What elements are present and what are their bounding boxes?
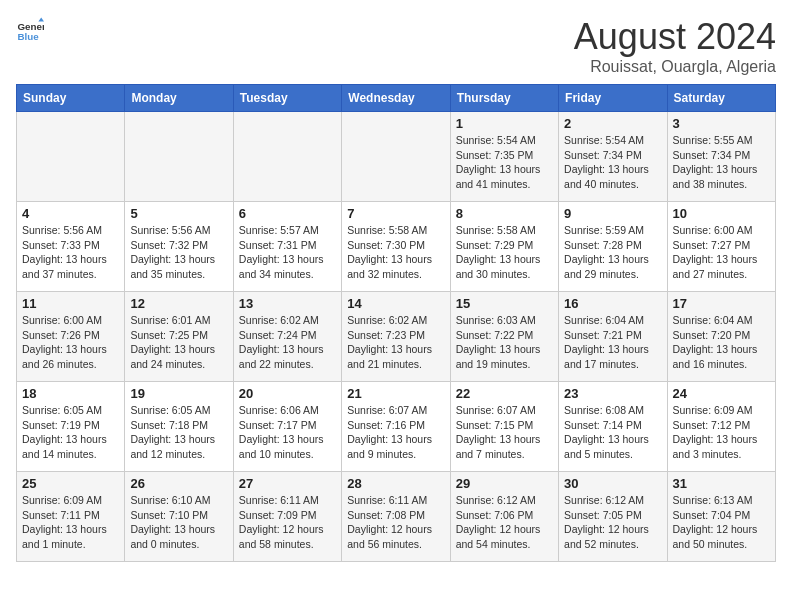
day-number: 1 — [456, 116, 553, 131]
day-number: 5 — [130, 206, 227, 221]
day-info: Sunrise: 6:03 AM Sunset: 7:22 PM Dayligh… — [456, 313, 553, 372]
day-number: 21 — [347, 386, 444, 401]
calendar-cell: 8Sunrise: 5:58 AM Sunset: 7:29 PM Daylig… — [450, 202, 558, 292]
svg-text:Blue: Blue — [17, 31, 39, 42]
logo-icon: General Blue — [16, 16, 44, 44]
day-number: 20 — [239, 386, 336, 401]
calendar-cell: 1Sunrise: 5:54 AM Sunset: 7:35 PM Daylig… — [450, 112, 558, 202]
calendar-cell: 11Sunrise: 6:00 AM Sunset: 7:26 PM Dayli… — [17, 292, 125, 382]
weekday-header-sunday: Sunday — [17, 85, 125, 112]
calendar-cell: 30Sunrise: 6:12 AM Sunset: 7:05 PM Dayli… — [559, 472, 667, 562]
page-header: General Blue August 2024 Rouissat, Ouarg… — [16, 16, 776, 76]
calendar-week-row: 11Sunrise: 6:00 AM Sunset: 7:26 PM Dayli… — [17, 292, 776, 382]
main-title: August 2024 — [574, 16, 776, 58]
day-info: Sunrise: 5:58 AM Sunset: 7:29 PM Dayligh… — [456, 223, 553, 282]
day-info: Sunrise: 6:08 AM Sunset: 7:14 PM Dayligh… — [564, 403, 661, 462]
calendar-cell: 7Sunrise: 5:58 AM Sunset: 7:30 PM Daylig… — [342, 202, 450, 292]
calendar-cell: 3Sunrise: 5:55 AM Sunset: 7:34 PM Daylig… — [667, 112, 775, 202]
calendar-cell — [125, 112, 233, 202]
calendar-cell: 12Sunrise: 6:01 AM Sunset: 7:25 PM Dayli… — [125, 292, 233, 382]
day-info: Sunrise: 6:12 AM Sunset: 7:05 PM Dayligh… — [564, 493, 661, 552]
day-number: 22 — [456, 386, 553, 401]
day-number: 15 — [456, 296, 553, 311]
weekday-header-friday: Friday — [559, 85, 667, 112]
logo: General Blue — [16, 16, 44, 44]
day-number: 25 — [22, 476, 119, 491]
calendar-cell: 26Sunrise: 6:10 AM Sunset: 7:10 PM Dayli… — [125, 472, 233, 562]
calendar-cell: 19Sunrise: 6:05 AM Sunset: 7:18 PM Dayli… — [125, 382, 233, 472]
day-info: Sunrise: 6:05 AM Sunset: 7:18 PM Dayligh… — [130, 403, 227, 462]
day-number: 19 — [130, 386, 227, 401]
calendar-cell: 10Sunrise: 6:00 AM Sunset: 7:27 PM Dayli… — [667, 202, 775, 292]
day-info: Sunrise: 6:05 AM Sunset: 7:19 PM Dayligh… — [22, 403, 119, 462]
day-info: Sunrise: 6:12 AM Sunset: 7:06 PM Dayligh… — [456, 493, 553, 552]
weekday-header-tuesday: Tuesday — [233, 85, 341, 112]
day-info: Sunrise: 5:56 AM Sunset: 7:33 PM Dayligh… — [22, 223, 119, 282]
day-info: Sunrise: 6:01 AM Sunset: 7:25 PM Dayligh… — [130, 313, 227, 372]
day-info: Sunrise: 5:58 AM Sunset: 7:30 PM Dayligh… — [347, 223, 444, 282]
title-block: August 2024 Rouissat, Ouargla, Algeria — [574, 16, 776, 76]
day-info: Sunrise: 6:02 AM Sunset: 7:23 PM Dayligh… — [347, 313, 444, 372]
day-number: 2 — [564, 116, 661, 131]
day-number: 12 — [130, 296, 227, 311]
day-info: Sunrise: 6:02 AM Sunset: 7:24 PM Dayligh… — [239, 313, 336, 372]
day-number: 31 — [673, 476, 770, 491]
day-info: Sunrise: 5:57 AM Sunset: 7:31 PM Dayligh… — [239, 223, 336, 282]
day-number: 29 — [456, 476, 553, 491]
day-info: Sunrise: 5:55 AM Sunset: 7:34 PM Dayligh… — [673, 133, 770, 192]
weekday-header-wednesday: Wednesday — [342, 85, 450, 112]
calendar-cell: 31Sunrise: 6:13 AM Sunset: 7:04 PM Dayli… — [667, 472, 775, 562]
day-number: 13 — [239, 296, 336, 311]
day-info: Sunrise: 6:00 AM Sunset: 7:26 PM Dayligh… — [22, 313, 119, 372]
calendar-week-row: 1Sunrise: 5:54 AM Sunset: 7:35 PM Daylig… — [17, 112, 776, 202]
calendar-cell: 20Sunrise: 6:06 AM Sunset: 7:17 PM Dayli… — [233, 382, 341, 472]
day-number: 6 — [239, 206, 336, 221]
calendar-cell — [233, 112, 341, 202]
day-info: Sunrise: 6:09 AM Sunset: 7:12 PM Dayligh… — [673, 403, 770, 462]
day-info: Sunrise: 5:54 AM Sunset: 7:35 PM Dayligh… — [456, 133, 553, 192]
day-number: 17 — [673, 296, 770, 311]
day-info: Sunrise: 6:09 AM Sunset: 7:11 PM Dayligh… — [22, 493, 119, 552]
calendar-week-row: 25Sunrise: 6:09 AM Sunset: 7:11 PM Dayli… — [17, 472, 776, 562]
calendar-week-row: 4Sunrise: 5:56 AM Sunset: 7:33 PM Daylig… — [17, 202, 776, 292]
day-info: Sunrise: 6:10 AM Sunset: 7:10 PM Dayligh… — [130, 493, 227, 552]
day-info: Sunrise: 6:11 AM Sunset: 7:09 PM Dayligh… — [239, 493, 336, 552]
day-number: 24 — [673, 386, 770, 401]
day-info: Sunrise: 6:06 AM Sunset: 7:17 PM Dayligh… — [239, 403, 336, 462]
calendar-cell: 25Sunrise: 6:09 AM Sunset: 7:11 PM Dayli… — [17, 472, 125, 562]
calendar-cell: 2Sunrise: 5:54 AM Sunset: 7:34 PM Daylig… — [559, 112, 667, 202]
weekday-header-monday: Monday — [125, 85, 233, 112]
day-info: Sunrise: 6:11 AM Sunset: 7:08 PM Dayligh… — [347, 493, 444, 552]
calendar-cell: 14Sunrise: 6:02 AM Sunset: 7:23 PM Dayli… — [342, 292, 450, 382]
day-info: Sunrise: 5:59 AM Sunset: 7:28 PM Dayligh… — [564, 223, 661, 282]
day-number: 18 — [22, 386, 119, 401]
calendar-table: SundayMondayTuesdayWednesdayThursdayFrid… — [16, 84, 776, 562]
calendar-body: 1Sunrise: 5:54 AM Sunset: 7:35 PM Daylig… — [17, 112, 776, 562]
calendar-cell: 4Sunrise: 5:56 AM Sunset: 7:33 PM Daylig… — [17, 202, 125, 292]
calendar-header: SundayMondayTuesdayWednesdayThursdayFrid… — [17, 85, 776, 112]
day-number: 28 — [347, 476, 444, 491]
calendar-cell: 29Sunrise: 6:12 AM Sunset: 7:06 PM Dayli… — [450, 472, 558, 562]
day-info: Sunrise: 5:56 AM Sunset: 7:32 PM Dayligh… — [130, 223, 227, 282]
day-info: Sunrise: 6:04 AM Sunset: 7:20 PM Dayligh… — [673, 313, 770, 372]
day-number: 9 — [564, 206, 661, 221]
day-number: 30 — [564, 476, 661, 491]
day-info: Sunrise: 6:13 AM Sunset: 7:04 PM Dayligh… — [673, 493, 770, 552]
calendar-cell: 21Sunrise: 6:07 AM Sunset: 7:16 PM Dayli… — [342, 382, 450, 472]
calendar-cell — [17, 112, 125, 202]
day-number: 26 — [130, 476, 227, 491]
weekday-header-thursday: Thursday — [450, 85, 558, 112]
day-info: Sunrise: 6:07 AM Sunset: 7:15 PM Dayligh… — [456, 403, 553, 462]
calendar-cell: 23Sunrise: 6:08 AM Sunset: 7:14 PM Dayli… — [559, 382, 667, 472]
day-number: 14 — [347, 296, 444, 311]
calendar-cell: 22Sunrise: 6:07 AM Sunset: 7:15 PM Dayli… — [450, 382, 558, 472]
day-info: Sunrise: 6:07 AM Sunset: 7:16 PM Dayligh… — [347, 403, 444, 462]
weekday-header-saturday: Saturday — [667, 85, 775, 112]
day-number: 23 — [564, 386, 661, 401]
day-number: 10 — [673, 206, 770, 221]
day-number: 16 — [564, 296, 661, 311]
day-number: 7 — [347, 206, 444, 221]
calendar-cell — [342, 112, 450, 202]
subtitle: Rouissat, Ouargla, Algeria — [574, 58, 776, 76]
weekday-header-row: SundayMondayTuesdayWednesdayThursdayFrid… — [17, 85, 776, 112]
